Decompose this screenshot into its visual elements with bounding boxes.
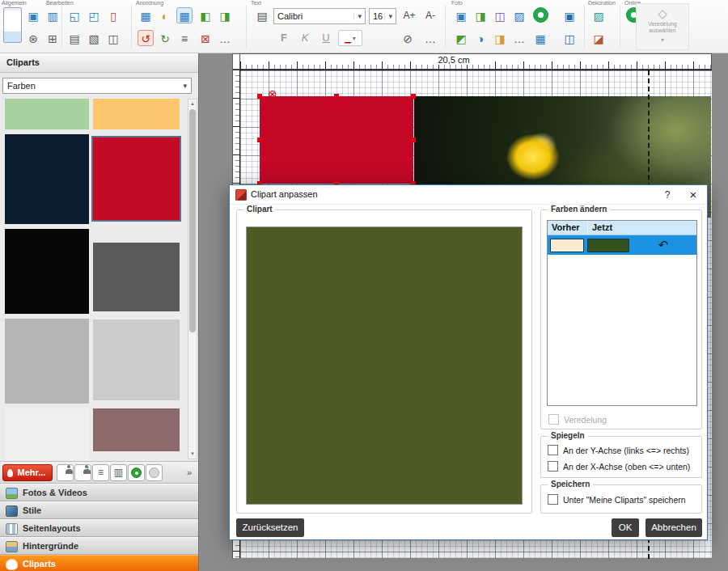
grid-toggle-icon[interactable]: ▦ [176, 7, 193, 23]
veredelung-checkbox[interactable]: Veredelung [548, 414, 607, 425]
pages-icon[interactable]: ▥ [44, 7, 61, 23]
rotate-handle[interactable] [333, 104, 340, 111]
list-view-button[interactable]: ≡ [92, 464, 109, 481]
resize-handle[interactable] [257, 137, 262, 142]
settings-gear-icon[interactable]: ⊛ [25, 30, 41, 46]
clipart-swatch-mauve[interactable] [93, 408, 180, 451]
italic-button[interactable]: K [296, 30, 314, 46]
selected-clipart-rect[interactable]: ⊗ [260, 96, 413, 184]
online-share-icon[interactable] [533, 7, 548, 23]
decoration-icon[interactable]: ▨ [590, 7, 607, 23]
photo-edit-icon[interactable]: ◩ [453, 30, 469, 46]
more-text-options-icon[interactable]: … [422, 30, 438, 46]
photo-grid-icon[interactable]: ▦ [532, 30, 548, 46]
sidebar-item-hintergruende[interactable]: Hintergründe [0, 537, 198, 555]
sidebar-scrollbar[interactable]: ▲ ▼ [188, 99, 197, 459]
scrollbar-thumb[interactable] [189, 109, 196, 332]
approved-filter-button[interactable] [128, 464, 145, 481]
cancel-button[interactable]: Abbrechen [645, 518, 702, 537]
ok-button[interactable]: OK [612, 518, 639, 537]
text-frame-icon[interactable]: ▤ [254, 7, 270, 23]
color-row-selected[interactable]: ↶ [548, 235, 696, 255]
clipart-swatch-dark-navy[interactable] [5, 134, 89, 224]
redo-icon[interactable]: ↻ [157, 30, 173, 46]
checkbox-box[interactable] [548, 494, 558, 505]
font-smaller-button[interactable]: A- [421, 7, 440, 23]
more-options-icon[interactable]: … [217, 30, 233, 46]
clipboard-icon[interactable]: ▧ [86, 30, 102, 46]
underline-button[interactable]: U [317, 30, 335, 46]
column-view-button[interactable]: ▥ [110, 464, 127, 481]
trash-icon[interactable]: ▯ [105, 7, 121, 23]
dialog-titlebar[interactable]: Clipart anpassen ? × [230, 185, 707, 205]
layers-icon[interactable]: ◧ [197, 7, 214, 23]
add-page-icon[interactable]: ▣ [25, 7, 41, 23]
no-style-icon[interactable]: ⊘ [400, 30, 416, 46]
mirror-x-checkbox[interactable]: An der X-Achse (oben <=> unten) [548, 461, 690, 472]
screen-preview-icon[interactable]: ◫ [561, 30, 578, 46]
ornament-icon[interactable]: ◪ [590, 30, 607, 46]
font-larger-button[interactable]: A+ [400, 7, 419, 23]
tools-icon[interactable]: ⊞ [44, 30, 61, 46]
transform-icon[interactable]: ◐ [157, 7, 173, 23]
new-document-icon[interactable] [3, 7, 22, 43]
duplicate-icon[interactable]: ◰ [86, 7, 102, 23]
photo-frame-icon[interactable]: ▣ [453, 7, 469, 23]
resize-handle[interactable] [334, 94, 339, 99]
clipart-swatch-black[interactable] [5, 229, 89, 314]
scroll-up-icon[interactable]: ▲ [188, 99, 197, 108]
neutral-filter-button[interactable] [146, 464, 163, 481]
resize-handle[interactable] [411, 137, 416, 142]
veredelung-picker[interactable]: ◇ Veredelung auswählen ▾ [636, 3, 689, 50]
help-button[interactable]: ? [660, 188, 675, 202]
clipart-swatch-off-white[interactable] [5, 408, 89, 460]
undo-icon[interactable]: ↺ [138, 30, 154, 46]
scroll-down-icon[interactable]: ▼ [188, 450, 197, 459]
clipart-swatch-orange[interactable] [93, 99, 180, 129]
paste-icon[interactable]: ▤ [66, 30, 83, 46]
save-to-my-cliparts-checkbox[interactable]: Unter "Meine Cliparts" speichern [548, 494, 686, 505]
flip-icon[interactable]: ◨ [217, 7, 233, 23]
font-family-select[interactable]: Calibri ▾ [273, 8, 366, 24]
clipart-swatch-dark-gray[interactable] [93, 243, 180, 311]
bold-button[interactable]: F [275, 30, 293, 46]
clipart-swatch-light-gray[interactable] [93, 319, 180, 400]
clipart-category-select[interactable]: Farben ▾ [2, 78, 192, 94]
clipart-swatch-red[interactable] [93, 137, 180, 220]
close-icon[interactable]: × [686, 187, 700, 203]
photo-rotate-icon[interactable]: ◑ [472, 30, 489, 46]
sidebar-item-stile[interactable]: Stile [0, 501, 198, 519]
checkbox-box[interactable] [548, 414, 559, 425]
checkbox-box[interactable] [548, 461, 558, 472]
photo-collage-icon[interactable]: ▨ [511, 7, 527, 23]
checkbox-box[interactable] [548, 445, 558, 455]
monitor-icon[interactable]: ▣ [561, 7, 578, 23]
sidebar-item-seitenlayouts[interactable]: Seitenlayouts [0, 519, 198, 537]
align-icon[interactable]: ≡ [176, 30, 193, 46]
font-color-picker[interactable]: ▁ ▾ [338, 30, 362, 46]
sidebar-item-fotos-videos[interactable]: Fotos & Videos [0, 484, 198, 501]
photo-tint-icon[interactable]: ◨ [492, 30, 508, 46]
photo-mask-icon[interactable]: ◫ [492, 7, 508, 23]
search-person-button[interactable] [57, 464, 74, 481]
photo-effect-icon[interactable]: ◨ [472, 7, 489, 23]
more-photo-options-icon[interactable]: … [511, 30, 527, 46]
font-size-select[interactable]: 16 ▾ [369, 8, 396, 24]
clipart-swatch-light-green[interactable] [5, 99, 89, 129]
table-icon[interactable]: ▦ [138, 7, 154, 23]
mirror-y-checkbox[interactable]: An der Y-Achse (links <=> rechts) [548, 445, 689, 455]
jetzt-color-swatch[interactable] [587, 239, 629, 252]
expand-toolbar-button[interactable]: » [184, 464, 195, 481]
delete-object-icon[interactable]: ⊠ [197, 30, 214, 46]
resize-handle[interactable] [411, 94, 416, 99]
sidebar-item-cliparts[interactable]: Cliparts [0, 555, 198, 571]
delete-handle-icon[interactable]: ⊗ [268, 88, 277, 99]
more-cliparts-button[interactable]: Mehr... [2, 464, 53, 481]
resize-handle[interactable] [257, 94, 262, 99]
undo-color-icon[interactable]: ↶ [633, 235, 694, 255]
copy-icon[interactable]: ◱ [66, 7, 83, 23]
erase-icon[interactable]: ◫ [105, 30, 121, 46]
vorher-color-swatch[interactable] [550, 239, 584, 252]
reset-button[interactable]: Zurücksetzen [236, 518, 304, 537]
add-person-button[interactable]: + [74, 464, 91, 481]
